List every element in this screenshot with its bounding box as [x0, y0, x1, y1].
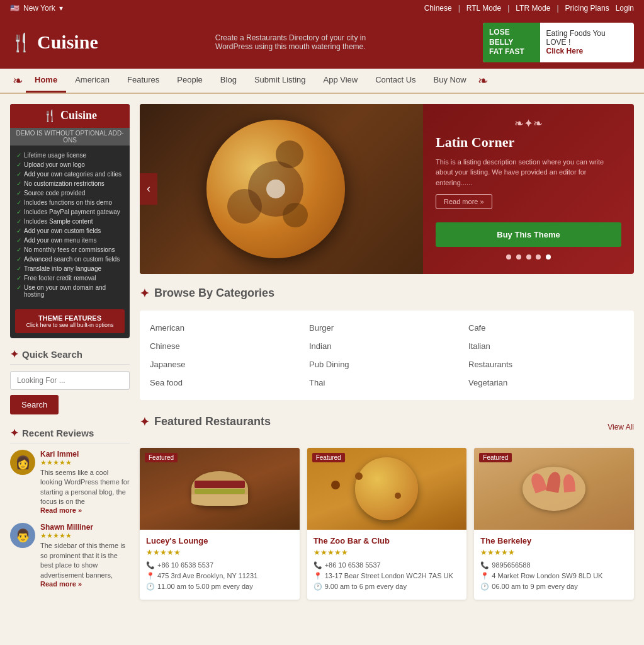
- slider-dot-4[interactable]: [536, 254, 541, 260]
- theme-features-button[interactable]: THEME FEATURES Click here to see all bui…: [15, 309, 125, 333]
- address-text-3: 4 Market Row London SW9 8LD UK: [492, 571, 602, 580]
- theme-features-label: THEME FEATURES: [20, 314, 120, 322]
- nav-list: Home American Features People Blog Submi…: [26, 69, 475, 93]
- promo-demo-text: DEMO IS WITHOUT OPTIONAL ADD-ONS: [10, 128, 130, 146]
- search-input[interactable]: [10, 371, 130, 390]
- featured-restaurants-header: ✦ Featured Restaurants View All: [140, 415, 634, 439]
- slider-dots: [436, 252, 621, 261]
- category-burger[interactable]: Burger: [309, 321, 465, 335]
- promo-feature: Advanced search on custom fields: [16, 254, 123, 264]
- promo-header: 🍴 Cuisine: [10, 104, 130, 128]
- slider-title: Latin Corner: [436, 134, 621, 151]
- category-japanese[interactable]: Japanese: [150, 357, 305, 372]
- location-selector[interactable]: 🇺🇸 New York ▾: [10, 4, 63, 13]
- reviewer-more-1[interactable]: Read more »: [40, 506, 130, 514]
- slider-buy-button[interactable]: Buy This Theme: [436, 222, 621, 247]
- nav-decoration-right: ❧: [475, 71, 491, 91]
- rtl-mode-link[interactable]: RTL Mode: [466, 4, 501, 13]
- ad-click-link[interactable]: Click Here: [546, 47, 584, 55]
- slider-dot-5[interactable]: [546, 254, 551, 260]
- category-vegetarian[interactable]: Vegetarian: [468, 375, 624, 390]
- header-ad-banner[interactable]: LOSE BELLYFAT FAST Eating Foods You LOVE…: [483, 23, 634, 62]
- category-restaurants[interactable]: Restaurants: [468, 357, 624, 372]
- nav-link-appview[interactable]: App View: [315, 69, 367, 91]
- featured-icon: ✦: [140, 415, 149, 429]
- nav-item-contact[interactable]: Contact Us: [366, 69, 424, 93]
- phone-icon-3: 📞: [480, 561, 489, 569]
- nav-item-home[interactable]: Home: [26, 69, 66, 93]
- slider-info: ❧✦❧ Latin Corner This is a listing descr…: [423, 104, 634, 274]
- slider-prev-button[interactable]: ‹: [140, 173, 157, 205]
- category-indian[interactable]: Indian: [309, 339, 465, 353]
- nav-link-blog[interactable]: Blog: [212, 69, 246, 91]
- nav-item-blog[interactable]: Blog: [212, 69, 246, 93]
- category-pub-dining[interactable]: Pub Dining: [309, 357, 465, 372]
- login-link[interactable]: Login: [616, 4, 634, 13]
- ad-right-text: Eating Foods You LOVE ! Click Here: [540, 25, 634, 59]
- category-american[interactable]: American: [150, 321, 305, 335]
- nav-item-buynow[interactable]: Buy Now: [425, 69, 475, 93]
- address-text-2: 13-17 Bear Street London WC2H 7AS UK: [325, 571, 453, 580]
- pricing-plans-link[interactable]: Pricing Plans: [565, 4, 609, 13]
- nav-link-contact[interactable]: Contact Us: [366, 69, 424, 91]
- promo-feature: Use on your own domain and hosting: [16, 283, 123, 299]
- dropdown-arrow-icon: ▾: [59, 4, 63, 13]
- nav-link-buynow[interactable]: Buy Now: [425, 69, 475, 91]
- slider-dot-3[interactable]: [526, 254, 531, 260]
- slider-description: This is a listing description section wh…: [436, 157, 621, 188]
- quick-search-icon: ✦: [10, 348, 18, 360]
- restaurants-grid: Featured Lucey's Lounge ★★★★★ 📞 +86 10 6…: [140, 448, 634, 600]
- nav-item-people[interactable]: People: [168, 69, 211, 93]
- ltr-mode-link[interactable]: LTR Mode: [516, 4, 550, 13]
- restaurant-name-2[interactable]: The Zoo Bar & Club: [314, 536, 461, 545]
- restaurant-info-3: The Berkeley ★★★★★ 📞 9895656588 📍 4 Mark…: [474, 530, 634, 600]
- restaurant-name-3[interactable]: The Berkeley: [480, 536, 628, 545]
- nav-link-submit[interactable]: Submit Listing: [246, 69, 315, 91]
- nav-link-features[interactable]: Features: [118, 69, 168, 91]
- nav-item-american[interactable]: American: [66, 69, 118, 93]
- nav-item-submit[interactable]: Submit Listing: [246, 69, 315, 93]
- category-italian[interactable]: Italian: [468, 339, 624, 353]
- location-icon-2: 📍: [314, 571, 322, 580]
- restaurant-info-1: Lucey's Lounge ★★★★★ 📞 +86 10 6538 5537 …: [140, 530, 300, 600]
- slider-dot-2[interactable]: [516, 254, 521, 260]
- restaurant-hours-2: 🕐 9.00 am to 6 pm every day: [314, 582, 461, 591]
- phone-text-3: 9895656588: [492, 561, 530, 569]
- nav-item-appview[interactable]: App View: [315, 69, 367, 93]
- chinese-link[interactable]: Chinese: [424, 4, 452, 13]
- nav-link-people[interactable]: People: [168, 69, 211, 91]
- location-icon-1: 📍: [146, 571, 155, 580]
- restaurant-card-1: Featured Lucey's Lounge ★★★★★ 📞 +86 10 6…: [140, 448, 300, 600]
- search-button[interactable]: Search: [10, 395, 59, 414]
- hours-text-1: 11.00 am to 5.00 pm every day: [157, 582, 253, 591]
- featured-badge-3: Featured: [479, 453, 512, 462]
- restaurant-name-1[interactable]: Lucey's Lounge: [146, 536, 293, 545]
- restaurant-image-2: Featured: [307, 448, 467, 530]
- flag-icon: 🇺🇸: [10, 4, 20, 13]
- location-icon-3: 📍: [480, 571, 489, 580]
- nav-link-home[interactable]: Home: [26, 69, 66, 93]
- slider-readmore-link[interactable]: Read more »: [436, 194, 492, 209]
- avatar-icon: 👨: [15, 528, 31, 543]
- ad-left-text: LOSE BELLYFAT FAST: [483, 23, 540, 62]
- category-cafe[interactable]: Cafe: [468, 321, 624, 335]
- restaurant-address-1: 📍 475 3rd Ave Brooklyn, NY 11231: [146, 571, 293, 580]
- review-item-1: 👩 Kari Immel ★★★★★ This seems like a coo…: [10, 450, 130, 515]
- hours-text-2: 9.00 am to 6 pm every day: [325, 582, 407, 591]
- restaurant-info-2: The Zoo Bar & Club ★★★★★ 📞 +86 10 6538 5…: [307, 530, 467, 600]
- nav-item-features[interactable]: Features: [118, 69, 168, 93]
- main-nav: ❧ Home American Features People Blog Sub…: [0, 69, 644, 94]
- reviewer-stars-1: ★★★★★: [40, 459, 130, 467]
- nav-decoration-left: ❧: [10, 71, 26, 91]
- nav-link-american[interactable]: American: [66, 69, 118, 91]
- category-seafood[interactable]: Sea food: [150, 375, 305, 390]
- category-chinese[interactable]: Chinese: [150, 339, 305, 353]
- logo[interactable]: 🍴 Cuisine: [10, 31, 98, 53]
- promo-logo-icon: 🍴: [43, 109, 57, 123]
- category-thai[interactable]: Thai: [309, 375, 465, 390]
- featured-slider: ‹ › ❧✦❧ L: [140, 104, 634, 274]
- slider-dot-1[interactable]: [506, 254, 511, 260]
- reviewer-more-2[interactable]: Read more »: [40, 580, 130, 588]
- featured-badge-2: Featured: [312, 453, 345, 462]
- view-all-link[interactable]: View All: [607, 423, 634, 431]
